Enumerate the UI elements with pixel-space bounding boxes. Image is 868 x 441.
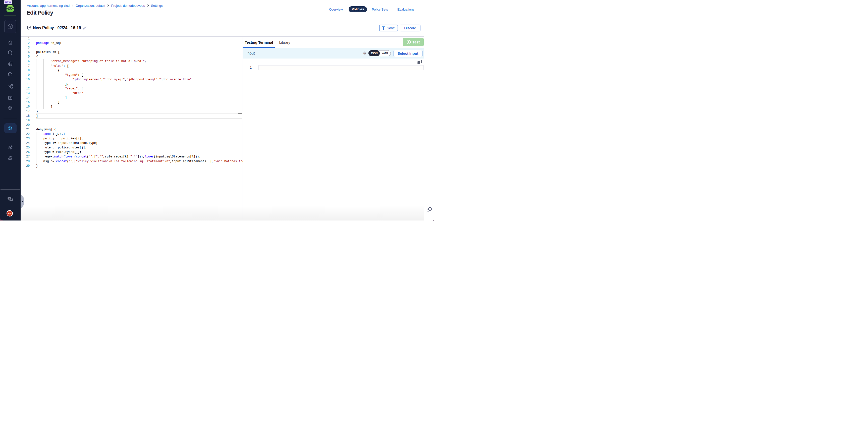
svg-text:</>: </> (364, 52, 366, 54)
svg-text:?: ? (9, 197, 10, 200)
